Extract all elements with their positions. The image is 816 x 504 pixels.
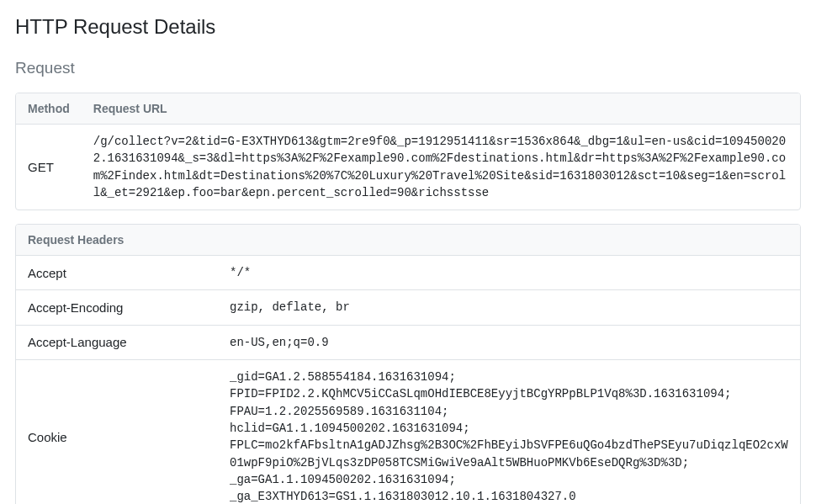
request-col-url: Request URL [82,93,800,125]
header-value: en-US,en;q=0.9 [218,325,800,359]
header-row: Cookie_gid=GA1.2.588554184.1631631094; F… [16,360,800,504]
request-col-method: Method [16,93,82,125]
request-row: GET /g/collect?v=2&tid=G-E3XTHYD613&gtm=… [16,125,800,210]
request-panel: Method Request URL GET /g/collect?v=2&ti… [15,93,801,210]
page-title: HTTP Request Details [15,15,801,39]
header-value: gzip, deflate, br [218,290,800,325]
header-name: Accept-Encoding [16,290,218,325]
header-row: Accept-Languageen-US,en;q=0.9 [16,325,800,359]
header-row: Accept*/* [16,256,800,290]
request-headers-label: Request Headers [16,225,800,256]
request-url: /g/collect?v=2&tid=G-E3XTHYD613&gtm=2re9… [82,125,800,210]
header-name: Accept-Language [16,325,218,359]
header-name: Accept [16,256,218,290]
header-name: Cookie [16,360,218,504]
header-value: */* [218,256,800,290]
request-headers-panel: Request Headers Accept*/*Accept-Encoding… [15,224,801,504]
request-method: GET [16,125,82,210]
header-row: Accept-Encodinggzip, deflate, br [16,290,800,325]
request-headers-table: Request Headers Accept*/*Accept-Encoding… [16,225,800,504]
request-section-label: Request [15,59,801,77]
header-value: _gid=GA1.2.588554184.1631631094; FPID=FP… [218,360,800,504]
request-table: Method Request URL GET /g/collect?v=2&ti… [16,93,800,210]
